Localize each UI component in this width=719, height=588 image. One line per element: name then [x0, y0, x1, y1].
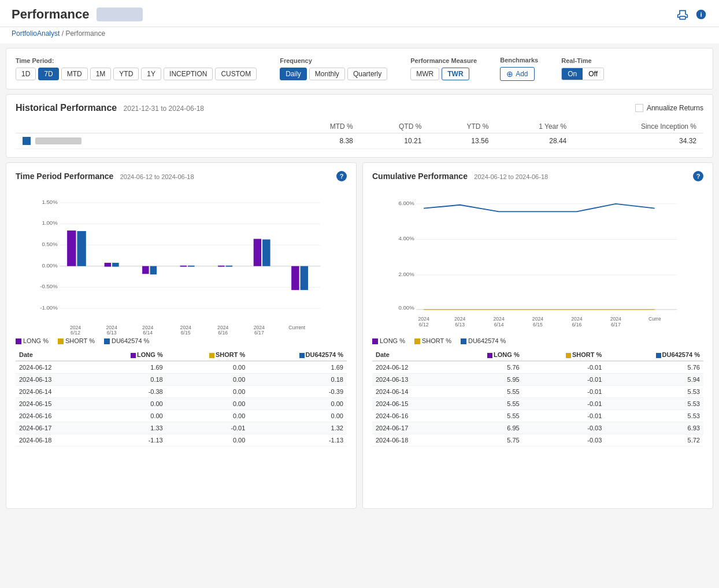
bar-long-0616 — [218, 266, 225, 267]
tp-short: 0.00 — [166, 410, 249, 422]
cum-table-row: 2024-06-17 6.95 -0.03 6.93 — [372, 422, 703, 434]
btn-mwr[interactable]: MWR — [410, 68, 439, 80]
tp-long: 0.18 — [91, 374, 166, 386]
svg-text:4.00%: 4.00% — [398, 235, 414, 241]
time-period-help-icon[interactable]: ? — [336, 171, 347, 181]
print-icon[interactable] — [676, 8, 689, 21]
btn-daily[interactable]: Daily — [280, 68, 307, 80]
filters-bar: Time Period: 1D 7D MTD 1M YTD 1Y INCEPTI… — [6, 48, 713, 90]
cum-short: -0.03 — [523, 422, 606, 434]
performance-measure-filter: Performance Measure MWR TWR — [410, 57, 477, 80]
btn-7d[interactable]: 7D — [38, 68, 58, 80]
benchmarks-buttons: ⊕ Add — [500, 67, 538, 81]
cumulative-help-icon[interactable]: ? — [693, 171, 703, 181]
btn-1m[interactable]: 1M — [90, 68, 112, 80]
time-period-legend: LONG % SHORT % DU642574 % — [16, 337, 347, 344]
legend-short-cum: SHORT % — [414, 337, 451, 344]
btn-twr[interactable]: TWR — [442, 68, 469, 80]
toggle-on[interactable]: On — [562, 68, 583, 80]
breadcrumb-parent[interactable]: PortfolioAnalyst — [12, 29, 60, 38]
svg-text:0.00%: 0.00% — [42, 262, 58, 269]
time-period-label: Time Period: — [16, 57, 257, 64]
tp-date: 2024-06-17 — [16, 422, 91, 434]
btn-monthly[interactable]: Monthly — [309, 68, 345, 80]
frequency-filter: Frequency Daily Monthly Quarterly — [280, 57, 387, 80]
cum-du: 5.94 — [605, 374, 703, 386]
cum-du: 5.53 — [605, 410, 703, 422]
cum-table-row: 2024-06-14 5.55 -0.01 5.53 — [372, 386, 703, 398]
cum-long: 5.95 — [448, 374, 523, 386]
btn-1y[interactable]: 1Y — [141, 68, 161, 80]
cum-du: 5.53 — [605, 398, 703, 410]
cum-table-row: 2024-06-18 5.75 -0.03 5.72 — [372, 434, 703, 446]
cum-long: 5.55 — [448, 398, 523, 410]
th-date-cum: Date — [372, 349, 448, 361]
btn-quarterly[interactable]: Quarterly — [347, 68, 387, 80]
svg-text:6/12: 6/12 — [71, 330, 80, 336]
btn-1d[interactable]: 1D — [16, 68, 36, 80]
page-title: Performance — [12, 7, 90, 22]
historical-title: Historical Performance — [16, 103, 117, 113]
historical-section: Historical Performance 2021-12-31 to 202… — [6, 94, 713, 158]
cum-date: 2024-06-12 — [372, 361, 448, 374]
plus-icon: ⊕ — [506, 69, 513, 79]
portfolio-name-cell — [23, 137, 284, 145]
th-short-cum: SHORT % — [523, 349, 606, 361]
cum-du: 5.53 — [605, 386, 703, 398]
tp-date: 2024-06-14 — [16, 386, 91, 398]
cum-short: -0.03 — [523, 434, 606, 446]
th-long-cum: LONG % — [448, 349, 523, 361]
tp-long: -0.38 — [91, 386, 166, 398]
historical-date: 2021-12-31 to 2024-06-18 — [124, 105, 204, 113]
svg-text:2024: 2024 — [70, 325, 81, 330]
svg-text:2024: 2024 — [180, 325, 191, 330]
cum-long: 5.75 — [448, 434, 523, 446]
svg-rect-0 — [680, 16, 685, 19]
svg-text:6/12: 6/12 — [419, 322, 429, 328]
bar-du-0612 — [77, 231, 86, 266]
svg-text:0.50%: 0.50% — [42, 241, 58, 247]
btn-mtd[interactable]: MTD — [61, 68, 88, 80]
tp-du: -0.39 — [249, 386, 347, 398]
tp-date: 2024-06-15 — [16, 398, 91, 410]
cum-long: 5.55 — [448, 386, 523, 398]
annualize-checkbox[interactable] — [635, 104, 643, 112]
svg-text:6/13: 6/13 — [107, 330, 117, 336]
add-label: Add — [516, 70, 528, 78]
cum-short: -0.01 — [523, 374, 606, 386]
tp-date: 2024-06-18 — [16, 434, 91, 446]
th-long-tp: LONG % — [91, 349, 166, 361]
svg-text:6/14: 6/14 — [494, 322, 504, 328]
cum-date: 2024-06-15 — [372, 398, 448, 410]
tp-table-row: 2024-06-17 1.33 -0.01 1.32 — [16, 422, 347, 434]
cumulative-chart-date: 2024-06-12 to 2024-06-18 — [474, 173, 548, 180]
tp-table-row: 2024-06-18 -1.13 0.00 -1.13 — [16, 434, 347, 446]
val-qtd: 10.21 — [360, 133, 429, 149]
svg-text:-1.00%: -1.00% — [40, 304, 58, 311]
svg-text:-0.50%: -0.50% — [40, 283, 58, 289]
btn-ytd[interactable]: YTD — [113, 68, 139, 80]
tp-du: 1.32 — [249, 422, 347, 434]
tp-date: 2024-06-16 — [16, 410, 91, 422]
th-date-tp: Date — [16, 349, 91, 361]
add-benchmark-button[interactable]: ⊕ Add — [500, 67, 534, 81]
svg-text:2024: 2024 — [106, 325, 117, 330]
cum-date: 2024-06-14 — [372, 386, 448, 398]
svg-text:6/15: 6/15 — [181, 330, 191, 336]
bar-du-0615 — [188, 266, 195, 267]
btn-inception[interactable]: INCEPTION — [164, 68, 213, 80]
tp-short: -0.01 — [166, 422, 249, 434]
svg-text:2024: 2024 — [142, 325, 153, 330]
btn-custom[interactable]: CUSTOM — [215, 68, 257, 80]
svg-text:2024: 2024 — [610, 316, 621, 322]
historical-row: 8.38 10.21 13.56 28.44 34.32 — [16, 133, 703, 149]
annualize-wrap: Annualize Returns — [635, 104, 703, 112]
realtime-filter: Real-Time On Off — [561, 57, 604, 80]
info-icon[interactable]: i — [695, 8, 707, 21]
col-inception: Since Inception % — [573, 120, 703, 133]
cum-du: 5.76 — [605, 361, 703, 374]
toggle-off[interactable]: Off — [583, 68, 603, 80]
tp-date: 2024-06-13 — [16, 374, 91, 386]
time-period-data-table: Date LONG % SHORT % DU642574 % 2024-06-1… — [16, 349, 347, 446]
cum-long: 5.55 — [448, 410, 523, 422]
